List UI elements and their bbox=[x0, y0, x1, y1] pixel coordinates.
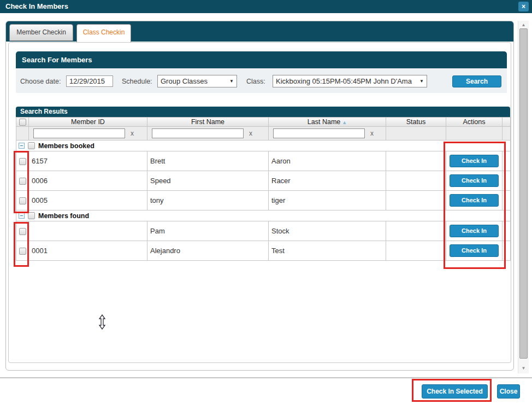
first-name-cell: Brett bbox=[147, 151, 269, 171]
check-in-selected-button[interactable]: Check In Selected bbox=[422, 384, 488, 399]
close-icon[interactable]: × bbox=[518, 2, 529, 11]
collapse-group-icon[interactable] bbox=[19, 213, 25, 219]
class-label: Class: bbox=[246, 78, 265, 85]
status-cell bbox=[386, 151, 446, 171]
footer-divider bbox=[0, 377, 532, 378]
last-name-filter-input[interactable] bbox=[273, 128, 365, 138]
group-select-checkbox[interactable] bbox=[28, 142, 35, 149]
first-name-cell: tony bbox=[147, 191, 269, 210]
search-button[interactable]: Search bbox=[452, 75, 501, 87]
filter-row: x x x bbox=[16, 127, 511, 140]
check-in-button[interactable]: Check In bbox=[450, 244, 499, 257]
status-cell bbox=[386, 191, 446, 210]
search-form: Choose date: Schedule: Group Classes ▼ C… bbox=[16, 68, 507, 93]
col-actions[interactable]: Actions bbox=[446, 118, 503, 127]
group-label: Members found bbox=[38, 212, 89, 220]
first-name-cell: Speed bbox=[147, 171, 269, 191]
collapse-group-icon[interactable] bbox=[19, 143, 25, 149]
first-name-cell: Alejandro bbox=[147, 241, 269, 261]
row-checkbox[interactable] bbox=[19, 248, 26, 255]
group-label: Members booked bbox=[38, 142, 94, 150]
vertical-scrollbar[interactable]: ▲ ▼ bbox=[518, 21, 529, 373]
scroll-down-icon[interactable]: ▼ bbox=[518, 366, 529, 371]
select-all-checkbox[interactable] bbox=[19, 119, 26, 126]
row-checkbox[interactable] bbox=[19, 197, 26, 204]
table-row: Pam Stock Check In bbox=[16, 221, 511, 241]
clear-filter-icon[interactable]: x bbox=[370, 130, 374, 137]
row-checkbox[interactable] bbox=[19, 158, 26, 165]
last-name-cell: Test bbox=[269, 241, 386, 261]
row-checkbox[interactable] bbox=[19, 178, 26, 185]
schedule-select-value: Group Classes bbox=[161, 77, 208, 85]
tab-member-checkin[interactable]: Member Checkin bbox=[9, 24, 73, 41]
member-id-cell: 6157 bbox=[29, 151, 147, 171]
col-member-id[interactable]: Member ID bbox=[29, 118, 147, 127]
table-row: 0005 tony tiger Check In bbox=[16, 191, 511, 210]
scroll-up-icon[interactable]: ▲ bbox=[518, 22, 529, 27]
tab-class-checkin[interactable]: Class Checkin bbox=[76, 24, 131, 42]
check-in-button[interactable]: Check In bbox=[450, 155, 499, 167]
col-status[interactable]: Status bbox=[386, 118, 446, 127]
member-id-cell: 0005 bbox=[29, 191, 147, 210]
chevron-down-icon: ▼ bbox=[419, 75, 424, 87]
check-in-button[interactable]: Check In bbox=[450, 174, 499, 187]
sort-asc-icon: ▲ bbox=[342, 120, 347, 125]
clear-filter-icon[interactable]: x bbox=[249, 130, 252, 137]
member-id-cell: 0006 bbox=[29, 171, 147, 191]
member-id-cell bbox=[29, 221, 147, 241]
close-button[interactable]: Close bbox=[497, 384, 520, 399]
check-in-button[interactable]: Check In bbox=[450, 225, 499, 237]
group-row-members-booked: Members booked bbox=[16, 140, 511, 151]
last-name-cell: tiger bbox=[269, 191, 386, 210]
clear-filter-icon[interactable]: x bbox=[131, 130, 134, 137]
member-id-cell: 0001 bbox=[29, 241, 147, 261]
modal-titlebar: Check In Members × bbox=[0, 0, 532, 13]
check-in-button[interactable]: Check In bbox=[450, 194, 499, 207]
table-row: 6157 Brett Aaron Check In bbox=[16, 151, 511, 171]
first-name-filter-input[interactable] bbox=[152, 128, 244, 138]
col-last-name[interactable]: Last Name▲ bbox=[269, 118, 386, 127]
tab-content-panel: Search For Members Choose date: Schedule… bbox=[8, 42, 511, 363]
class-select-value: Kickboxing 05:15PM-05:45PM John D'Ama bbox=[276, 77, 412, 85]
first-name-cell: Pam bbox=[147, 221, 269, 241]
schedule-select[interactable]: Group Classes ▼ bbox=[157, 75, 237, 87]
status-cell bbox=[386, 171, 446, 191]
results-table: Member ID First Name Last Name▲ Status A… bbox=[16, 117, 511, 261]
last-name-cell: Stock bbox=[269, 221, 386, 241]
class-select[interactable]: Kickboxing 05:15PM-05:45PM John D'Ama ▼ bbox=[273, 75, 427, 87]
checkin-widget: Member Checkin Class Checkin Search For … bbox=[5, 21, 514, 371]
date-input[interactable] bbox=[66, 75, 113, 87]
tab-strip: Member Checkin Class Checkin bbox=[6, 21, 513, 42]
table-row: 0001 Alejandro Test Check In bbox=[16, 241, 511, 261]
status-cell bbox=[386, 221, 446, 241]
group-row-members-found: Members found bbox=[16, 210, 511, 221]
chevron-down-icon: ▼ bbox=[229, 75, 234, 87]
search-for-members-header: Search For Members bbox=[16, 51, 507, 68]
row-checkbox[interactable] bbox=[19, 228, 26, 235]
choose-date-label: Choose date: bbox=[20, 78, 61, 85]
col-spacer bbox=[503, 118, 511, 127]
member-id-filter-input[interactable] bbox=[33, 128, 125, 138]
table-row: 0006 Speed Racer Check In bbox=[16, 171, 511, 191]
col-first-name[interactable]: First Name bbox=[147, 118, 269, 127]
search-results-header: Search Results bbox=[16, 107, 510, 117]
last-name-cell: Aaron bbox=[269, 151, 386, 171]
status-cell bbox=[386, 241, 446, 261]
scrollbar-thumb[interactable] bbox=[519, 28, 528, 359]
last-name-cell: Racer bbox=[269, 171, 386, 191]
table-header-row: Member ID First Name Last Name▲ Status A… bbox=[16, 118, 511, 127]
modal-title: Check In Members bbox=[5, 2, 68, 10]
group-select-checkbox[interactable] bbox=[28, 212, 35, 219]
schedule-label: Schedule: bbox=[122, 78, 152, 85]
